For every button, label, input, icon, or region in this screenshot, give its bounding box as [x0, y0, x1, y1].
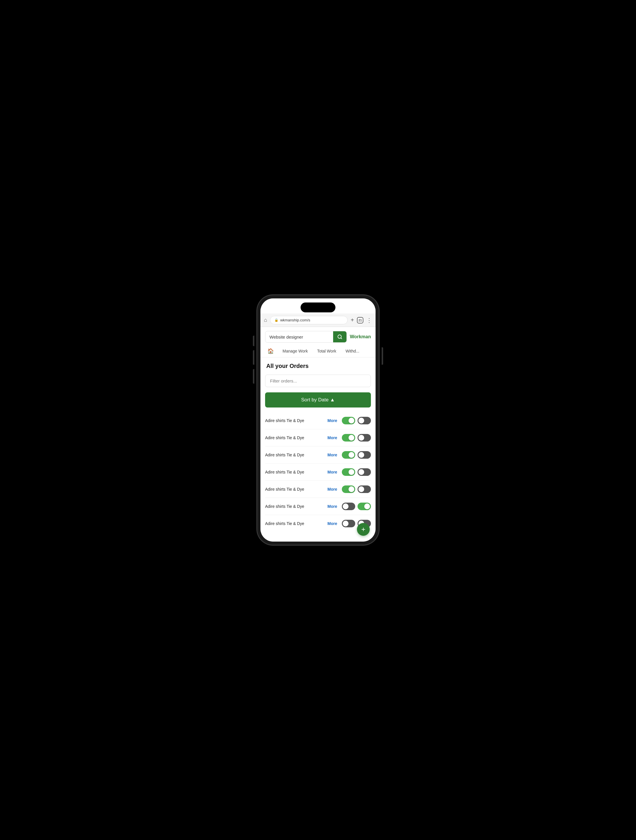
order-name: Adire shirts Tie & Dye: [265, 436, 323, 440]
browser-menu-button[interactable]: ⋮: [366, 317, 372, 324]
order-toggle-1[interactable]: [342, 503, 355, 510]
sort-by-date-button[interactable]: Sort by Date ▲: [265, 392, 371, 407]
nav-tab-total-work[interactable]: Total Work: [313, 346, 340, 357]
order-toggle-1[interactable]: [342, 451, 355, 459]
browser-add-tab-button[interactable]: +: [351, 317, 354, 324]
order-item: Adire shirts Tie & Dye More: [265, 515, 371, 532]
order-toggle-2[interactable]: [357, 417, 371, 424]
dynamic-island: [301, 303, 335, 313]
filter-section: [260, 372, 376, 390]
nav-tabs: 🏠 Manage Work Total Work Withd...: [260, 346, 376, 357]
order-name: Adire shirts Tie & Dye: [265, 504, 323, 509]
order-toggle-1[interactable]: [342, 485, 355, 493]
order-item: Adire shirts Tie & Dye More: [265, 464, 371, 481]
order-toggles: [342, 451, 371, 459]
browser-url-area[interactable]: 🔒 wkmanship.com/s: [270, 316, 348, 324]
nav-tab-home[interactable]: 🏠: [264, 346, 277, 357]
order-item: Adire shirts Tie & Dye More: [265, 498, 371, 515]
browser-url-text: wkmanship.com/s: [280, 318, 343, 322]
svg-line-1: [341, 338, 342, 339]
order-toggles: [342, 417, 371, 424]
page-title-section: All your Orders: [260, 357, 376, 372]
order-toggles: [342, 503, 371, 510]
search-input-wrap[interactable]: [265, 331, 347, 343]
order-more-button[interactable]: More: [327, 470, 337, 474]
order-more-button[interactable]: More: [327, 487, 337, 491]
search-button[interactable]: [333, 331, 346, 342]
order-toggle-1[interactable]: [342, 468, 355, 476]
sort-section: Sort by Date ▲: [260, 390, 376, 412]
order-toggle-2[interactable]: [357, 503, 371, 510]
nav-tab-manage-work[interactable]: Manage Work: [279, 346, 312, 357]
browser-bar: ⌂ 🔒 wkmanship.com/s + 21 ⋮: [260, 314, 376, 327]
order-toggle-2[interactable]: [357, 485, 371, 493]
search-input[interactable]: [265, 332, 333, 342]
browser-home-button[interactable]: ⌂: [264, 317, 267, 323]
order-toggles: [342, 468, 371, 476]
fab-add-button[interactable]: +: [357, 523, 370, 536]
order-toggles: [342, 434, 371, 442]
nav-tab-withdraw[interactable]: Withd...: [342, 346, 363, 357]
url-security-icon: 🔒: [274, 318, 279, 322]
order-toggle-1[interactable]: [342, 417, 355, 424]
order-more-button[interactable]: More: [327, 521, 337, 526]
order-name: Adire shirts Tie & Dye: [265, 521, 323, 526]
search-section: Workman: [260, 327, 376, 346]
order-toggle-1[interactable]: [342, 434, 355, 442]
page-title: All your Orders: [266, 363, 370, 369]
order-name: Adire shirts Tie & Dye: [265, 470, 323, 474]
order-more-button[interactable]: More: [327, 504, 337, 509]
order-toggles: [342, 485, 371, 493]
order-item: Adire shirts Tie & Dye More: [265, 481, 371, 498]
order-name: Adire shirts Tie & Dye: [265, 487, 323, 491]
orders-list: Adire shirts Tie & Dye More Adire shirts…: [260, 412, 376, 532]
page-content: Workman 🏠 Manage Work Total Work Withd..…: [260, 327, 376, 542]
order-name: Adire shirts Tie & Dye: [265, 453, 323, 457]
search-icon: [337, 334, 342, 339]
browser-tabs-count[interactable]: 21: [357, 317, 363, 324]
order-toggle-2[interactable]: [357, 468, 371, 476]
order-more-button[interactable]: More: [327, 436, 337, 440]
order-item: Adire shirts Tie & Dye More: [265, 447, 371, 464]
order-toggle-1[interactable]: [342, 520, 355, 527]
workman-link[interactable]: Workman: [349, 334, 371, 339]
order-toggle-2[interactable]: [357, 434, 371, 442]
order-more-button[interactable]: More: [327, 453, 337, 457]
order-more-button[interactable]: More: [327, 418, 337, 423]
order-name: Adire shirts Tie & Dye: [265, 418, 323, 423]
order-item: Adire shirts Tie & Dye More: [265, 412, 371, 429]
order-toggle-2[interactable]: [357, 451, 371, 459]
order-item: Adire shirts Tie & Dye More: [265, 429, 371, 447]
filter-input[interactable]: [265, 375, 371, 387]
